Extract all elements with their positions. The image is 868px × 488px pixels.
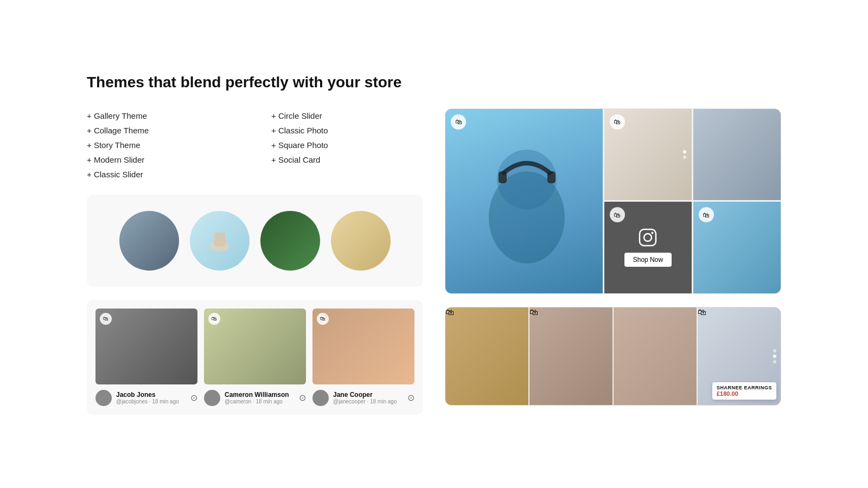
user-handle-1: @jacobjones · 18 min ago [116,399,179,404]
gallery-cart-icon-3: 🛍 [610,207,625,222]
circle-3 [260,211,320,271]
circle-slider-card [87,195,423,287]
product-name: SHARNEE EARRINGS [717,385,772,390]
instagram-icon-3: ⊙ [407,393,414,403]
gallery-cell-top-right [693,109,781,201]
sq-dot-nav [773,349,776,363]
post-footer-1: Jacob Jones @jacobjones · 18 min ago ⊙ [95,390,197,406]
svg-rect-6 [547,171,556,183]
user-info-1: Jacob Jones @jacobjones · 18 min ago [116,391,179,404]
themes-col1: + Gallery Theme + Collage Theme + Story … [87,108,239,182]
user-name-2: Cameron Williamson [225,391,289,399]
svg-rect-1 [214,233,225,246]
circle-4 [331,211,391,271]
sq-cell-1: 🛍 [445,307,528,405]
cart-badge-3: 🛍 [317,313,329,325]
post-image-2: 🛍 [204,309,306,384]
circle-1 [119,211,179,271]
user-2: Cameron Williamson @cameron · 18 min ago [204,390,289,406]
social-post-1: 🛍 Jacob Jones @jacobjones · 18 min ago ⊙ [95,309,197,406]
sq-cart-4: 🛍 [698,307,781,317]
gallery-theme-card: 🛍 🛍 [445,108,781,294]
theme-item-story: + Story Theme [87,138,239,152]
cart-badge-1: 🛍 [100,313,112,325]
right-column: 🛍 🛍 [445,108,781,415]
instagram-logo [638,228,658,247]
instagram-icon-2: ⊙ [299,393,306,403]
theme-item-circle-slider: + Circle Slider [271,108,423,123]
svg-rect-5 [499,171,507,183]
post-footer-3: Jane Cooper @janecooper · 18 min ago ⊙ [312,390,414,406]
themes-col2: + Circle Slider + Classic Photo + Square… [271,108,423,182]
sq-dot-3 [773,360,776,363]
left-column: + Gallery Theme + Collage Theme + Story … [87,108,423,415]
gallery-cart-icon-4: 🛍 [699,207,714,222]
user-handle-2: @cameron · 18 min ago [225,399,289,404]
product-price: £180.00 [717,390,772,397]
svg-point-8 [644,234,652,241]
circle-2 [190,211,250,271]
sq-cell-2: 🛍 [529,307,612,405]
theme-item-gallery: + Gallery Theme [87,108,239,123]
theme-item-social-card: + Social Card [271,152,423,167]
theme-item-collage: + Collage Theme [87,123,239,138]
gallery-cell-instagram: 🛍 Shop Now [604,202,692,293]
user-info-3: Jane Cooper @janecooper · 18 min ago [333,391,397,404]
user-info-2: Cameron Williamson @cameron · 18 min ago [225,391,289,404]
theme-item-classic-photo: + Classic Photo [271,123,423,138]
social-card-preview: 🛍 Jacob Jones @jacobjones · 18 min ago ⊙ [87,300,423,415]
user-name-3: Jane Cooper [333,391,397,399]
gallery-cell-bottom-right: 🛍 [693,202,781,293]
page-wrapper: Themes that blend perfectly with your st… [43,41,825,447]
sq-dot-2 [773,355,776,358]
gallery-cell-top-mid: 🛍 [604,109,692,201]
theme-item-classic-slider: + Classic Slider [87,167,239,182]
post-image-3: 🛍 [312,309,414,384]
shop-now-button[interactable]: Shop Now [624,253,672,267]
social-post-3: 🛍 Jane Cooper @janecooper · 18 min ago ⊙ [312,309,414,406]
price-tag: SHARNEE EARRINGS £180.00 [712,382,776,400]
sq-dot-1 [773,349,776,352]
svg-rect-7 [640,229,656,246]
avatar-3 [312,390,329,406]
sq-cell-3 [614,307,697,405]
theme-item-square-photo: + Square Photo [271,138,423,152]
post-footer-2: Cameron Williamson @cameron · 18 min ago… [204,390,306,406]
post-image-1: 🛍 [95,309,197,384]
gallery-cart-icon-2: 🛍 [610,114,625,130]
user-name-1: Jacob Jones [116,391,179,399]
user-handle-3: @janecooper · 18 min ago [333,399,397,404]
social-post-2: 🛍 Cameron Williamson @cameron · 18 min a… [204,309,306,406]
dot-1 [683,150,686,153]
user-1: Jacob Jones @jacobjones · 18 min ago [95,390,179,406]
theme-item-modern-slider: + Modern Slider [87,152,239,167]
instagram-icon-1: ⊙ [190,393,197,403]
avatar-1 [95,390,112,406]
user-3: Jane Cooper @janecooper · 18 min ago [312,390,397,406]
sq-cart-1: 🛍 [445,307,528,317]
gallery-main-cell: 🛍 [445,109,603,293]
sq-cart-2: 🛍 [529,307,612,317]
sq-cell-4: 🛍 SHARNEE EARRINGS £180.00 [698,307,781,405]
dot-nav-1 [683,150,686,159]
page-title: Themes that blend perfectly with your st… [87,74,781,91]
square-photo-card: 🛍 🛍 🛍 [445,307,781,406]
svg-point-9 [652,232,654,234]
cart-badge-2: 🛍 [208,313,220,325]
avatar-2 [204,390,220,406]
dot-2 [683,156,686,159]
themes-list: + Gallery Theme + Collage Theme + Story … [87,108,423,182]
